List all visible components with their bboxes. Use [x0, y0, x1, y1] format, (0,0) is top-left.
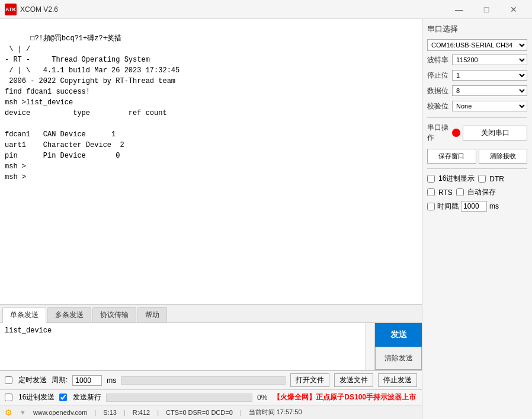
port-select[interactable]: COM16:USB-SERIAL CH34: [427, 39, 527, 51]
terminal-output: □?!頻@罚bcq?1+礡z?+奖措 \ | / - RT - Thread O…: [0, 19, 422, 305]
bottom-bar-row1: 定时发送 周期: ms 打开文件 发送文件 停止发送: [0, 370, 422, 389]
send-input[interactable]: [0, 323, 365, 370]
dtr-checkbox[interactable]: [478, 175, 486, 183]
clear-recv-button[interactable]: 清除接收: [479, 149, 528, 164]
progress-bar: [121, 376, 286, 385]
parity-label: 校验位: [427, 101, 450, 111]
status-sent: S:13: [103, 409, 117, 416]
data-select[interactable]: 8: [452, 85, 527, 96]
app-title: XCOM V2.6: [20, 5, 446, 14]
hex-dtr-row: 16进制显示 DTR: [427, 174, 527, 184]
divider2: [427, 168, 527, 169]
save-window-button[interactable]: 保存窗口: [427, 149, 476, 164]
send-newline-label: 发送新行: [73, 392, 101, 402]
period-label: 周期:: [52, 375, 68, 385]
stop-send-button[interactable]: 停止发送: [378, 373, 417, 387]
clear-send-button[interactable]: 清除发送: [375, 347, 422, 370]
port-oper-label: 串口操作: [427, 123, 450, 143]
timestamp-row: 时间戳 ms: [427, 201, 527, 212]
status-arrow: ▼: [20, 409, 26, 416]
app-icon: ATK: [5, 4, 17, 15]
hex-display-label: 16进制显示: [438, 174, 475, 184]
ad-link[interactable]: 【火爆全网】正点原子DS100手持示波器上市: [272, 392, 417, 402]
send-file-button[interactable]: 发送文件: [334, 373, 373, 387]
progress-pct: 0%: [257, 394, 267, 402]
timestamp-input[interactable]: [461, 201, 487, 212]
rts-label: RTS: [438, 188, 453, 197]
close-button[interactable]: ✕: [500, 0, 527, 19]
status-time: 当前时间 17:57:50: [249, 408, 302, 417]
timestamp-checkbox[interactable]: [427, 203, 435, 210]
open-file-button[interactable]: 打开文件: [290, 373, 329, 387]
baud-label: 波特率: [427, 55, 450, 65]
send-area: 发送 清除发送: [0, 323, 422, 370]
data-row: 数据位 8: [427, 85, 527, 96]
timer-send-label: 定时发送: [18, 375, 47, 385]
bottom-bar-row2: 16进制发送 发送新行 0% 【火爆全网】正点原子DS100手持示波器上市: [0, 389, 422, 405]
tab-bar: 单条发送 多条发送 协议传输 帮助: [0, 305, 422, 323]
send-newline-checkbox[interactable]: [59, 394, 67, 401]
save-clear-row: 保存窗口 清除接收: [427, 149, 527, 164]
close-port-button[interactable]: 关闭串口: [463, 126, 527, 140]
hex-send-label: 16进制发送: [18, 392, 55, 402]
rts-autosave-row: RTS 自动保存: [427, 187, 527, 197]
minimize-button[interactable]: —: [446, 0, 473, 19]
autosave-checkbox[interactable]: [456, 188, 464, 196]
timer-send-checkbox[interactable]: [5, 376, 12, 384]
main-container: □?!頻@罚bcq?1+礡z?+奖措 \ | / - RT - Thread O…: [0, 19, 532, 419]
tab-multi-send[interactable]: 多条发送: [47, 307, 91, 322]
data-label: 数据位: [427, 86, 450, 96]
stop-row: 停止位 1: [427, 70, 527, 81]
status-url: www.openedv.com: [33, 409, 88, 416]
autosave-label: 自动保存: [467, 187, 496, 197]
settings-icon[interactable]: ⚙: [5, 408, 12, 417]
send-button[interactable]: 发送: [375, 323, 422, 347]
port-indicator: [452, 129, 460, 137]
parity-select[interactable]: None: [452, 101, 527, 111]
status-bar: ⚙ ▼ www.openedv.com | S:13 | R:412 | CTS…: [0, 405, 422, 419]
rts-checkbox[interactable]: [427, 188, 435, 196]
port-operation-row: 串口操作 关闭串口: [427, 123, 527, 143]
baud-row: 波特率 115200: [427, 55, 527, 65]
tab-single-send[interactable]: 单条发送: [2, 307, 46, 323]
timestamp-label: 时间戳: [437, 201, 459, 212]
send-scrollbar: [365, 323, 374, 370]
period-input[interactable]: [72, 375, 102, 386]
title-bar: ATK XCOM V2.6 — □ ✕: [0, 0, 532, 19]
left-panel: □?!頻@罚bcq?1+礡z?+奖措 \ | / - RT - Thread O…: [0, 19, 422, 419]
stop-select[interactable]: 1: [452, 70, 527, 81]
send-buttons: 发送 清除发送: [374, 323, 422, 370]
divider1: [427, 117, 527, 118]
hex-display-checkbox[interactable]: [427, 175, 435, 183]
stop-label: 停止位: [427, 71, 450, 81]
baud-select[interactable]: 115200: [452, 55, 527, 65]
right-panel: 串口选择 COM16:USB-SERIAL CH34 波特率 115200 停止…: [422, 19, 532, 419]
parity-row: 校验位 None: [427, 101, 527, 111]
hex-send-checkbox[interactable]: [5, 394, 12, 401]
status-received: R:412: [133, 409, 150, 416]
ms2-label: ms: [489, 202, 499, 210]
serial-section-title: 串口选择: [427, 24, 527, 34]
tab-protocol[interactable]: 协议传输: [92, 307, 136, 322]
tab-help[interactable]: 帮助: [137, 307, 167, 322]
status-signals: CTS=0 DSR=0 DCD=0: [166, 409, 233, 416]
ms1-label: ms: [107, 376, 116, 385]
dtr-label: DTR: [489, 175, 504, 183]
window-controls: — □ ✕: [446, 0, 527, 19]
restore-button[interactable]: □: [473, 0, 500, 19]
file-progress-bar: [106, 394, 252, 402]
